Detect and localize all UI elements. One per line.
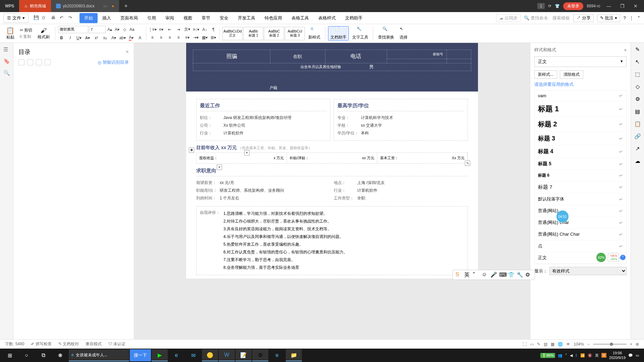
table-move-handle[interactable]: ✥ bbox=[189, 147, 194, 153]
pencil-rail-icon[interactable]: ✎ bbox=[635, 46, 640, 53]
self-eval-line[interactable]: 2.对待工作心细胆大，尽职尽责，喜欢从事有挑战性的工作。 bbox=[223, 218, 464, 225]
ime-settings-icon[interactable]: ⚙ bbox=[525, 272, 532, 278]
style-list-item[interactable]: 普通(网站) Char Char↵ bbox=[535, 229, 626, 240]
cloud-sync-button[interactable]: ☁ 云同步 bbox=[496, 14, 521, 22]
login-button[interactable]: 未登录 bbox=[563, 2, 583, 10]
undo-icon[interactable]: ↶ bbox=[60, 15, 66, 21]
clipboard-rail-icon[interactable]: 📋 bbox=[634, 121, 641, 127]
cert-status[interactable]: 🛡 未认证 bbox=[108, 341, 125, 347]
field-row[interactable]: 职位：Java 研发工程师/系统架构师/项目经理 bbox=[200, 114, 327, 122]
fit-width-icon[interactable]: ⊕ bbox=[636, 342, 639, 347]
tray-expand-icon[interactable]: ˄ bbox=[565, 353, 567, 358]
iqiyi-app[interactable]: ▶ bbox=[152, 349, 168, 361]
zip-label[interactable]: 邮箱号 bbox=[387, 50, 447, 59]
notepad-app[interactable]: 📝 bbox=[235, 349, 252, 361]
tab-menu-icon[interactable]: ▭ bbox=[103, 4, 107, 8]
layers-rail-icon[interactable]: ▤ bbox=[635, 108, 640, 115]
gender-cell[interactable]: 男 bbox=[369, 64, 374, 70]
table-add-col-handle[interactable]: + bbox=[244, 150, 250, 156]
field-row[interactable]: 到岗时间：1 个月左右 bbox=[196, 194, 330, 202]
menu-6[interactable]: 章节 bbox=[197, 13, 215, 23]
underline-icon[interactable]: U▾ bbox=[75, 35, 82, 41]
menu-12[interactable]: 文档助手 bbox=[340, 13, 367, 23]
word-count[interactable]: 字数: 5480 bbox=[5, 341, 24, 347]
field-row[interactable]: 工作类型：全职 bbox=[334, 194, 468, 202]
font-size-input[interactable] bbox=[89, 26, 106, 33]
style-list-item[interactable]: 普通(网站) Char↵ bbox=[535, 217, 626, 229]
outline-rail-icon[interactable]: ☰ bbox=[3, 46, 10, 53]
numbering-icon[interactable]: ≡▾ bbox=[158, 26, 164, 33]
cortana-button[interactable]: ○ bbox=[18, 349, 35, 361]
field-row[interactable]: 专业：计算机科学与技术 bbox=[337, 114, 464, 122]
menu-1[interactable]: 插入 bbox=[98, 13, 116, 23]
document-area[interactable]: 照骗 在职 电话 邮箱号 男 出生年月以及居住地经验 户籍 bbox=[134, 43, 530, 339]
print-icon[interactable]: ⎙ bbox=[42, 15, 48, 21]
network-monitor[interactable]: 60% ↑0K/s ↓0K/s + bbox=[596, 252, 626, 263]
wps-app[interactable]: W bbox=[219, 349, 235, 361]
distribute-icon[interactable]: ≡▾ bbox=[184, 34, 191, 41]
outline-close-icon[interactable]: × bbox=[126, 49, 129, 55]
income-cell[interactable]: 基本工资：Xx 万元 bbox=[377, 153, 468, 163]
style-list-item[interactable]: 标题 4↵ bbox=[535, 145, 626, 158]
tab-document[interactable]: yb20200803.docx ▭ ● bbox=[51, 0, 119, 12]
decrease-font-icon[interactable]: A▾ bbox=[114, 26, 120, 33]
ime-skin-icon[interactable]: 👕 bbox=[508, 272, 515, 278]
format-painter-button[interactable]: 🖌 格式刷 bbox=[35, 27, 52, 40]
menu-11[interactable]: 表格样式 bbox=[314, 13, 340, 23]
clear-format-icon[interactable]: ◇ bbox=[121, 26, 128, 33]
style-box-1[interactable]: AaBb标题 1 bbox=[243, 27, 263, 40]
net-add-icon[interactable]: + bbox=[620, 255, 626, 260]
increase-font-icon[interactable]: A▴ bbox=[106, 26, 113, 33]
text-effects-icon[interactable]: A▾ bbox=[110, 35, 117, 41]
text-direction-icon[interactable]: 文▾ bbox=[184, 26, 191, 33]
menu-0[interactable]: 开始 bbox=[79, 13, 98, 23]
ime-voice-icon[interactable]: 🎤 bbox=[490, 272, 497, 278]
tab-store[interactable]: ♨ 稻壳商城 bbox=[19, 0, 51, 12]
style-box-0[interactable]: AaBbCcDd正文 bbox=[222, 27, 243, 40]
app-1[interactable]: ❋ bbox=[52, 349, 68, 361]
field-row[interactable]: 职能/职位：研发工程师、系统架构师、业务顾问 bbox=[196, 187, 330, 194]
explorer-app[interactable]: 📁 bbox=[286, 349, 302, 361]
superscript-icon[interactable]: x² bbox=[93, 35, 100, 41]
copy-button[interactable]: ⎘ 复制 bbox=[20, 34, 31, 40]
ime-keyboard-icon[interactable]: ⌨ bbox=[499, 272, 506, 278]
self-eval-line[interactable]: 1.思路清晰，学习能力强，对新技术有着强烈的求知欲望。 bbox=[223, 210, 464, 218]
increase-indent-icon[interactable]: ⇥ bbox=[175, 26, 182, 33]
settings-rail-icon[interactable]: ⚙ bbox=[635, 96, 640, 102]
field-row[interactable]: 学历/学位：本科 bbox=[337, 129, 464, 137]
style-list-item[interactable]: vam↵ bbox=[535, 90, 626, 101]
fullscreen-icon[interactable]: ⛶ bbox=[523, 342, 527, 347]
display-select[interactable]: 有效样式 bbox=[549, 267, 627, 275]
minimize-button[interactable]: — bbox=[604, 3, 614, 9]
notification-icon[interactable]: ▭ bbox=[636, 353, 639, 358]
timer-badge[interactable]: 04:51 bbox=[556, 210, 569, 223]
new-style-button[interactable]: A 新样式 bbox=[306, 26, 322, 40]
menu-5[interactable]: 视图 bbox=[179, 13, 197, 23]
styles-panel-close-icon[interactable]: × bbox=[624, 48, 627, 53]
eye-protection-icon[interactable]: 👁 bbox=[566, 342, 570, 347]
read-mode-icon[interactable]: ▭ bbox=[530, 342, 534, 347]
income-cell[interactable]: 股权收益：x 万元 bbox=[197, 153, 287, 163]
field-row[interactable]: 行业：计算机软件 bbox=[200, 129, 327, 137]
people-icon[interactable]: 👥 bbox=[558, 353, 562, 358]
smart-outline-button[interactable]: ◎ 智能识别目录 bbox=[98, 59, 129, 65]
settings-app[interactable]: ⚙ bbox=[252, 349, 268, 361]
style-list-item[interactable]: 标题 3↵ bbox=[535, 132, 626, 145]
sogou-ime-icon[interactable]: S bbox=[601, 353, 606, 358]
menu-4[interactable]: 审阅 bbox=[161, 13, 179, 23]
zoom-out-icon[interactable]: − bbox=[587, 342, 590, 347]
outline-tool-1[interactable] bbox=[18, 59, 24, 65]
cursor-rail-icon[interactable]: ↖ bbox=[635, 59, 640, 65]
bullets-icon[interactable]: ⋮≡▾ bbox=[149, 26, 156, 33]
line-spacing-icon[interactable]: ≡↕▾ bbox=[193, 26, 199, 33]
sync-icon[interactable]: ⟳ bbox=[548, 4, 551, 8]
start-button[interactable]: ⊞ bbox=[2, 349, 18, 361]
ie-browser[interactable]: e 女孩被未成年人... bbox=[69, 349, 129, 361]
table-add-row-handle[interactable]: + bbox=[217, 165, 222, 170]
field-row[interactable]: 行业：计算机软件 bbox=[334, 187, 468, 194]
ime-lang[interactable]: 英 bbox=[464, 272, 471, 278]
collapse-ribbon-icon[interactable]: ⌃ bbox=[637, 15, 641, 20]
style-box-3[interactable]: AaBbCcI标题 3 bbox=[285, 27, 305, 40]
zoom-rail-icon[interactable]: 🔍 bbox=[3, 70, 10, 76]
style-list-item[interactable]: 标题 2↵ bbox=[535, 117, 626, 132]
